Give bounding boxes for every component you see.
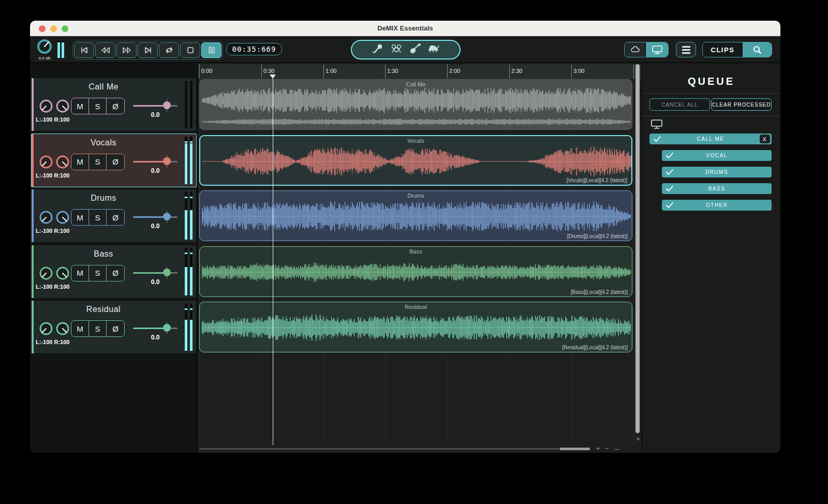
- skip-to-end-button[interactable]: [138, 42, 158, 58]
- audio-clip[interactable]: Residual [Residual][Local][4.2 (latest)]: [199, 302, 632, 352]
- audio-clip[interactable]: Call Me: [199, 79, 632, 130]
- track-header[interactable]: Call Me M S Ø L:-100 R:100 0.0: [31, 78, 197, 131]
- ruler-tick: [199, 64, 200, 78]
- pan-right-knob[interactable]: [55, 266, 70, 283]
- master-volume-knob[interactable]: [36, 38, 53, 57]
- toolbar: 0.0 dB 00:35:669: [30, 36, 780, 63]
- pause-button[interactable]: [201, 42, 221, 58]
- source-toggle-group: [624, 42, 669, 57]
- solo-button[interactable]: S: [89, 210, 107, 225]
- phase-invert-button[interactable]: Ø: [107, 98, 124, 114]
- phase-invert-button[interactable]: Ø: [107, 154, 124, 170]
- drum-kit-icon[interactable]: [390, 43, 403, 56]
- solo-button[interactable]: S: [89, 321, 107, 336]
- zoom-out-button[interactable]: −: [605, 444, 609, 452]
- queue-stem-row[interactable]: DRUMS: [662, 167, 772, 177]
- track-mso-group: M S Ø: [71, 209, 125, 226]
- menu-button[interactable]: [676, 42, 696, 57]
- playhead-handle[interactable]: [270, 75, 276, 79]
- clip-version-label: [Bass][Local][4.2 (latest)]: [571, 289, 628, 295]
- time-display[interactable]: 00:35:669: [226, 43, 282, 55]
- audio-clip[interactable]: Bass [Bass][Local][4.2 (latest)]: [199, 246, 632, 297]
- cloud-button[interactable]: [625, 42, 646, 57]
- ruler-tick-label: 2:30: [511, 68, 522, 74]
- horizontal-scrollbar-thumb[interactable]: [560, 448, 590, 450]
- clear-processed-button[interactable]: CLEAR PROCESSED: [711, 98, 772, 111]
- mute-button[interactable]: M: [71, 154, 89, 170]
- playhead-line[interactable]: [273, 79, 273, 445]
- pan-right-knob[interactable]: [55, 99, 70, 115]
- master-level-meters: [57, 40, 64, 58]
- audio-clip[interactable]: Vocals [Vocals][Local][4.2 (latest)]: [199, 135, 632, 186]
- queue-stem-row[interactable]: OTHER: [662, 200, 772, 211]
- piano-icon[interactable]: [427, 43, 440, 56]
- remove-job-button[interactable]: X: [760, 135, 770, 143]
- phase-invert-button[interactable]: Ø: [107, 210, 124, 225]
- stop-button[interactable]: [180, 42, 200, 58]
- zoom-fit-button[interactable]: ↔: [613, 444, 620, 452]
- mute-button[interactable]: M: [71, 265, 89, 281]
- horizontal-scrollbar-track[interactable]: [199, 448, 581, 450]
- ruler-tick: [385, 64, 386, 78]
- local-monitor-button[interactable]: [646, 42, 668, 57]
- audio-clip[interactable]: Drums [Drums][Local][4.2 (latest)]: [199, 190, 632, 241]
- pan-right-knob[interactable]: [55, 155, 70, 171]
- clip-version-label: [Residual][Local][4.2 (latest)]: [562, 345, 628, 350]
- guitar-icon[interactable]: [409, 43, 421, 56]
- check-icon: [653, 135, 661, 143]
- track-header-panel: Call Me M S Ø L:-100 R:100 0.0 Vocals: [30, 63, 198, 453]
- volume-slider-thumb[interactable]: [163, 324, 171, 332]
- ruler-tick: [261, 64, 262, 78]
- volume-slider-thumb[interactable]: [163, 157, 171, 165]
- pan-left-knob[interactable]: [39, 266, 53, 283]
- vertical-scrollbar[interactable]: [635, 64, 640, 433]
- volume-slider-thumb[interactable]: [163, 269, 171, 276]
- solo-button[interactable]: S: [89, 98, 107, 114]
- check-icon: [666, 152, 674, 160]
- ruler-tick-label: 0:00: [201, 68, 212, 74]
- queue-stem-label: OTHER: [706, 202, 728, 208]
- volume-value: 0.0: [146, 223, 164, 230]
- track-header[interactable]: Vocals M S Ø L:-100 R:100 0.0: [31, 134, 197, 187]
- zoom-in-button[interactable]: +: [596, 444, 600, 452]
- pan-left-knob[interactable]: [39, 155, 53, 171]
- queue-stem-label: VOCAL: [706, 153, 727, 158]
- loop-button[interactable]: [159, 42, 179, 58]
- mute-button[interactable]: M: [71, 98, 89, 114]
- mute-button[interactable]: M: [71, 321, 89, 336]
- pan-right-knob[interactable]: [55, 321, 70, 338]
- timeline-ruler[interactable]: 0:000:301:001:302:002:303:003: [198, 64, 642, 79]
- queue-stem-row[interactable]: VOCAL: [662, 150, 772, 161]
- clip-version-label: [Vocals][Local][4.2 (latest)]: [567, 177, 627, 183]
- mute-button[interactable]: M: [71, 210, 89, 225]
- pan-left-knob[interactable]: [39, 99, 53, 115]
- pan-left-knob[interactable]: [39, 321, 53, 338]
- phase-invert-button[interactable]: Ø: [107, 321, 124, 336]
- pan-left-knob[interactable]: [39, 210, 53, 227]
- skip-to-start-button[interactable]: [74, 42, 94, 58]
- pan-right-knob[interactable]: [55, 210, 70, 227]
- vertical-zoom-in-button[interactable]: +: [636, 435, 640, 443]
- volume-slider-thumb[interactable]: [163, 213, 171, 220]
- track-header[interactable]: Drums M S Ø L:-100 R:100 0.0: [31, 189, 197, 243]
- fast-forward-button[interactable]: [116, 42, 137, 58]
- pan-range-label: L:-100 R:100: [36, 284, 69, 290]
- volume-slider-thumb[interactable]: [163, 101, 171, 109]
- track-header[interactable]: Bass M S Ø L:-100 R:100 0.0: [31, 245, 197, 299]
- microphone-icon[interactable]: [372, 43, 383, 56]
- track-header[interactable]: Residual M S Ø L:-100 R:100 0.0: [31, 300, 197, 354]
- master-volume-value: 0.0 dB: [34, 56, 55, 61]
- rewind-button[interactable]: [95, 42, 115, 58]
- pan-range-label: L:-100 R:100: [36, 116, 69, 123]
- cancel-all-button[interactable]: CANCEL ALL: [649, 98, 710, 111]
- phase-invert-button[interactable]: Ø: [107, 265, 124, 281]
- queue-job-call-me[interactable]: CALL ME X: [649, 134, 772, 144]
- queue-stem-row[interactable]: BASS: [662, 183, 772, 194]
- solo-button[interactable]: S: [89, 154, 107, 170]
- clips-button[interactable]: CLIPS: [703, 42, 743, 57]
- ruler-tick-label: 1:30: [387, 68, 398, 74]
- solo-button[interactable]: S: [89, 265, 107, 281]
- track-level-meters: [184, 80, 193, 129]
- pan-range-label: L:-100 R:100: [36, 339, 69, 345]
- search-button[interactable]: [743, 42, 772, 57]
